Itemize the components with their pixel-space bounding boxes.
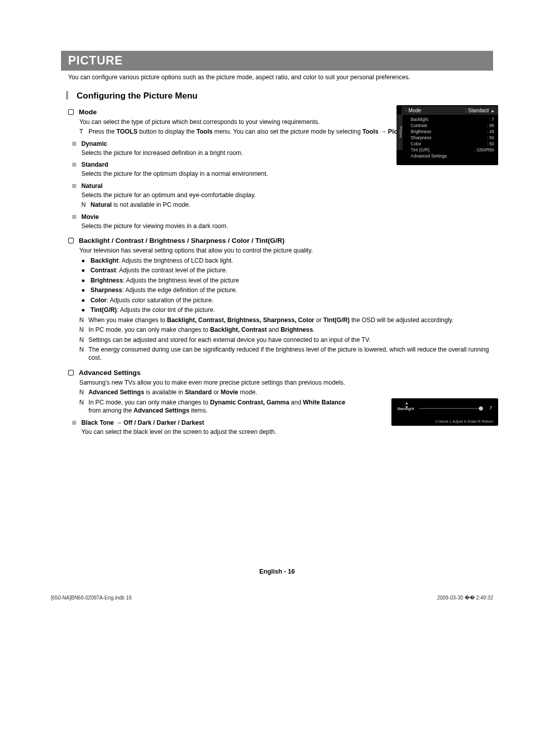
intro-text: You can configure various picture option… <box>68 74 493 81</box>
print-footer-right: 2009-03-30 �� 2:49:32 <box>437 595 493 601</box>
checkbox-icon <box>68 238 74 243</box>
advanced-note-1: N Advanced Settings is available in Stan… <box>79 388 354 396</box>
osd-row: Advanced Settings <box>396 153 498 159</box>
adjust-item: ●Brightness: Adjusts the brightness leve… <box>81 276 493 285</box>
adjust-block: Backlight / Contrast / Brightness / Shar… <box>61 237 493 362</box>
print-footer-left: [650-NA]BN68-02097A-Eng.indb 16 <box>51 595 132 601</box>
section-heading: Configuring the Picture Menu <box>66 91 493 101</box>
advanced-note-2: N In PC mode, you can only make changes … <box>79 398 354 415</box>
square-icon <box>72 215 76 219</box>
osd-row: Brightness: 45 <box>396 129 498 135</box>
right-arrow-icon: ▶ <box>492 109 494 113</box>
checkbox-icon <box>68 370 74 375</box>
blacktone-desc: You can select the black level on the sc… <box>81 428 493 436</box>
advanced-desc: Samsung's new TVs allow you to make even… <box>79 379 354 387</box>
note-prefix: T <box>79 128 88 136</box>
standard-desc: Selects the picture for the optimum disp… <box>81 170 493 178</box>
adjust-note: NSettings can be adjusted and stored for… <box>79 336 496 344</box>
adjust-item: ●Contrast: Adjusts the contrast level of… <box>81 266 493 274</box>
mode-block: Mode You can select the type of picture … <box>61 108 493 230</box>
square-icon <box>72 184 76 188</box>
osd-row: Sharpness: 50 <box>396 135 498 141</box>
page-footer: English - 16 <box>61 568 493 575</box>
osd-row: Color: 50 <box>396 141 498 147</box>
osd-row: Tint (G/R): G50/R50 <box>396 147 498 153</box>
title-bar: PICTURE <box>61 51 493 71</box>
adjust-desc: Your television has several setting opti… <box>79 246 493 255</box>
blacktone-heading: Black Tone → Off / Dark / Darker / Darke… <box>72 419 493 426</box>
adjust-item: ●Backlight: Adjusts the brightness of LC… <box>81 257 493 265</box>
osd-picture-menu: Picture · Mode : Standard ▶ Backlight: 7… <box>396 105 498 165</box>
natural-note: N Natural is not available in PC mode. <box>81 201 493 209</box>
adjust-heading: Backlight / Contrast / Brightness / Shar… <box>68 237 493 244</box>
osd-side-tab: Picture <box>396 114 403 150</box>
advanced-block: Advanced Settings Samsung's new TVs allo… <box>61 369 493 436</box>
section-heading-text: Configuring the Picture Menu <box>77 91 198 101</box>
checkbox-icon <box>68 109 74 115</box>
adjust-note: NWhen you make changes to Backlight, Con… <box>79 316 496 324</box>
movie-heading: Movie <box>72 213 493 220</box>
note-prefix: N <box>81 201 90 209</box>
osd-row: Contrast: 95 <box>396 122 498 129</box>
adjust-note: NIn PC mode, you can only make changes t… <box>79 326 496 334</box>
note-prefix: N <box>79 398 88 415</box>
adjust-heading-text: Backlight / Contrast / Brightness / Shar… <box>79 237 285 244</box>
adjust-item: ●Color: Adjusts color saturation of the … <box>81 296 493 304</box>
osd-title-row: · Mode : Standard ▶ <box>402 106 498 115</box>
mode-heading-text: Mode <box>79 108 97 116</box>
natural-heading: Natural <box>72 182 493 190</box>
advanced-heading-text: Advanced Settings <box>79 369 141 376</box>
print-footer: [650-NA]BN68-02097A-Eng.indb 16 2009-03-… <box>51 595 493 601</box>
square-icon <box>72 163 76 167</box>
note-body: Press the TOOLS button to display the To… <box>88 128 429 136</box>
movie-desc: Selects the picture for viewing movies i… <box>81 222 493 230</box>
section-heading-bar-icon <box>66 91 68 100</box>
square-icon <box>72 142 76 146</box>
note-prefix: N <box>79 388 88 396</box>
adjust-note: NThe energy consumed during use can be s… <box>79 345 496 362</box>
natural-desc: Selects the picture for an optimum and e… <box>81 191 493 199</box>
adjust-item: ●Sharpness: Adjusts the edge definition … <box>81 286 493 294</box>
adjust-item: ●Tint(G/R): Adjusts the color tint of th… <box>81 306 493 314</box>
advanced-heading: Advanced Settings <box>68 369 493 376</box>
osd-row: Backlight: 7 <box>396 116 498 122</box>
square-icon <box>72 421 76 425</box>
